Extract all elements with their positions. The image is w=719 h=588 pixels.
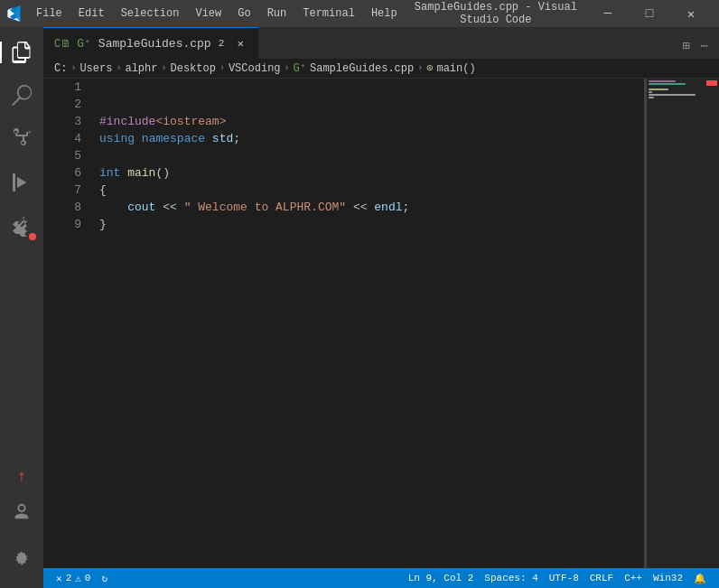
menu-go[interactable]: Go [230, 5, 257, 22]
explorer-icon [11, 42, 33, 63]
code-line-7: { [99, 182, 719, 199]
code-line-1 [99, 79, 719, 96]
tab-file-icon: C🗎 [54, 37, 71, 51]
menu-help[interactable]: Help [364, 5, 405, 22]
menu-bar: File Edit Selection View Go Run Terminal… [29, 5, 405, 22]
line-num-8: 8 [51, 199, 81, 216]
activity-account[interactable] [0, 490, 43, 534]
menu-file[interactable]: File [29, 5, 70, 22]
minimap-row-9 [649, 97, 654, 98]
minimap-row-7 [649, 91, 652, 93]
menu-terminal[interactable]: Terminal [295, 5, 362, 22]
status-feedback[interactable]: 🔔 [688, 568, 712, 588]
feedback-icon: 🔔 [694, 573, 706, 584]
menu-run[interactable]: Run [260, 5, 294, 22]
tab-modified-dot: 2 [219, 38, 225, 49]
code-line-4: using namespace std; [99, 130, 719, 147]
breadcrumb-sep-4: › [219, 63, 225, 73]
breadcrumb: C: › Users › alphr › Desktop › VSCoding … [43, 59, 719, 79]
breadcrumb-users[interactable]: Users [79, 62, 112, 75]
settings-icon [12, 549, 32, 569]
app-layout: ↑ C🗎 G⁺ SampleGuides.cpp [0, 27, 719, 588]
account-icon [12, 502, 32, 522]
warning-count: 0 [85, 573, 91, 583]
activity-search[interactable] [0, 74, 43, 117]
tab-bar-actions: ⊞ ⋯ [678, 36, 719, 59]
minimap [645, 79, 719, 568]
line-num-7: 7 [51, 182, 81, 199]
breadcrumb-vscoding[interactable]: VSCoding [229, 62, 281, 75]
minimap-row-3 [649, 80, 676, 82]
split-editor-button[interactable]: ⊞ [678, 36, 693, 55]
svg-rect-0 [13, 173, 15, 191]
code-line-8: cout << " Welcome to ALPHR.COM" << endl; [99, 199, 719, 216]
status-encoding[interactable]: UTF-8 [544, 568, 584, 588]
extensions-badge [29, 233, 36, 240]
editor-area: 1 2 3 4 5 6 7 8 9 #include<iostream> usi… [43, 79, 719, 568]
breadcrumb-desktop[interactable]: Desktop [170, 62, 215, 75]
line-num-2: 2 [51, 96, 81, 113]
breadcrumb-sep-6: › [417, 63, 423, 73]
code-line-6: int main() [99, 164, 719, 182]
code-line-3: #include<iostream> [99, 113, 719, 130]
minimize-button[interactable]: ─ [587, 0, 629, 27]
tab-close-button[interactable]: ✕ [233, 36, 247, 51]
tab-label: SampleGuides.cpp [98, 37, 211, 51]
menu-view[interactable]: View [188, 5, 229, 22]
activity-source-control[interactable] [0, 117, 43, 161]
tab-bar: C🗎 G⁺ SampleGuides.cpp 2 ✕ ⊞ ⋯ [43, 27, 719, 59]
tab-lang-icon: G⁺ [77, 36, 91, 51]
breadcrumb-sep-1: › [70, 63, 76, 73]
line-num-6: 6 [51, 164, 81, 182]
activity-explorer[interactable] [0, 31, 43, 74]
status-errors[interactable]: ✕ 2 ⚠ 0 [51, 568, 96, 588]
breadcrumb-alphr[interactable]: alphr [125, 62, 157, 75]
breadcrumb-sep-3: › [161, 63, 166, 73]
status-win[interactable]: Win32 [648, 568, 688, 588]
minimap-row-8 [649, 94, 696, 96]
breadcrumb-sep-2: › [116, 63, 121, 73]
line-numbers: 1 2 3 4 5 6 7 8 9 [43, 79, 89, 568]
maximize-button[interactable]: □ [629, 0, 670, 27]
breadcrumb-filename[interactable]: SampleGuides.cpp [310, 62, 414, 75]
sync-icon: ↻ [101, 573, 107, 584]
vscode-logo [7, 5, 23, 22]
more-actions-button[interactable]: ⋯ [697, 36, 712, 55]
main-content: C🗎 G⁺ SampleGuides.cpp 2 ✕ ⊞ ⋯ C: › User… [43, 27, 719, 588]
window-title: SampleGuides.cpp - Visual Studio Code [405, 1, 587, 26]
activity-bar: ↑ [0, 27, 43, 588]
line-num-3: 3 [51, 113, 81, 130]
menu-edit[interactable]: Edit [71, 5, 112, 22]
status-line-ending[interactable]: CRLF [584, 568, 619, 588]
line-num-5: 5 [51, 147, 81, 164]
breadcrumb-file-icon: G⁺ [294, 61, 306, 75]
menu-selection[interactable]: Selection [114, 5, 187, 22]
line-num-1: 1 [51, 79, 81, 96]
run-icon [11, 172, 33, 193]
status-right: Ln 9, Col 2 Spaces: 4 UTF-8 CRLF C++ Win… [403, 568, 712, 588]
minimap-content [645, 79, 719, 101]
editor-tab[interactable]: C🗎 G⁺ SampleGuides.cpp 2 ✕ [43, 27, 258, 59]
activity-bottom [0, 490, 43, 588]
breadcrumb-function[interactable]: main() [436, 62, 475, 75]
activity-extensions[interactable] [0, 204, 43, 247]
debug-arrow-icon: ↑ [17, 468, 27, 486]
editor-scrollbar-gutter [638, 79, 647, 568]
code-editor[interactable]: #include<iostream> using namespace std; … [89, 79, 719, 568]
status-position[interactable]: Ln 9, Col 2 [403, 568, 480, 588]
close-button[interactable]: ✕ [670, 0, 712, 27]
error-icon: ✕ [56, 573, 62, 584]
breadcrumb-drive[interactable]: C: [54, 62, 67, 75]
breadcrumb-sep-5: › [285, 63, 290, 73]
activity-settings[interactable] [0, 537, 43, 581]
status-spaces[interactable]: Spaces: 4 [479, 568, 543, 588]
debug-indicator: ↑ [0, 463, 43, 490]
window-controls: ─ □ ✕ [587, 0, 712, 27]
activity-run[interactable] [0, 161, 43, 204]
status-bar: ✕ 2 ⚠ 0 ↻ Ln 9, Col 2 Spaces: 4 UTF-8 CR… [43, 568, 719, 588]
status-sync[interactable]: ↻ [96, 568, 113, 588]
error-count: 2 [66, 573, 72, 583]
source-control-icon [11, 128, 33, 150]
line-num-4: 4 [51, 130, 81, 147]
status-language[interactable]: C++ [619, 568, 648, 588]
